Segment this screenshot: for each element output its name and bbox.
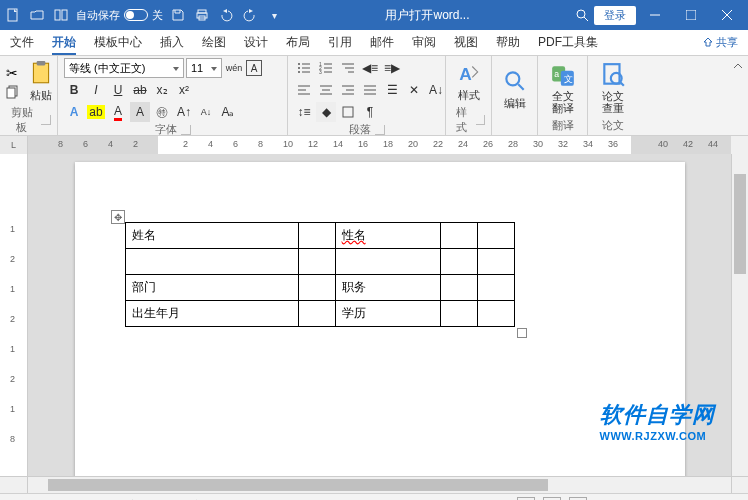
- ruler-horizontal[interactable]: 8 6 4 2 2 4 6 8 10 12 14 16 18 20 22 24 …: [28, 136, 731, 154]
- collapse-ribbon-icon[interactable]: [728, 56, 748, 135]
- phonetic-guide-icon[interactable]: wén: [224, 58, 244, 78]
- tab-insert[interactable]: 插入: [160, 34, 184, 51]
- paste-button[interactable]: 粘贴: [24, 58, 58, 105]
- minimize-button[interactable]: [638, 0, 672, 30]
- tab-pdf[interactable]: PDF工具集: [538, 34, 598, 51]
- underline-button[interactable]: U: [108, 80, 128, 100]
- search-icon[interactable]: [572, 5, 592, 25]
- table-cell[interactable]: [477, 223, 514, 249]
- tab-file[interactable]: 文件: [10, 34, 34, 51]
- copy-icon[interactable]: [6, 85, 20, 99]
- table-cell[interactable]: [440, 301, 477, 327]
- open-file-icon[interactable]: [28, 6, 46, 24]
- dialog-launcher-icon[interactable]: [375, 125, 385, 135]
- font-color-button[interactable]: A: [108, 102, 128, 122]
- tab-draw[interactable]: 绘图: [202, 34, 226, 51]
- clear-format-button[interactable]: Aₐ: [218, 102, 238, 122]
- align-center-button[interactable]: [316, 80, 336, 100]
- thesis-check-button[interactable]: 论文查重: [594, 60, 632, 116]
- table-cell[interactable]: 学历: [335, 301, 440, 327]
- asian-layout-button[interactable]: ✕: [404, 80, 424, 100]
- table-cell[interactable]: [298, 301, 335, 327]
- print-layout-icon[interactable]: ≡: [543, 497, 561, 501]
- font-family-select[interactable]: 等线 (中文正文): [64, 58, 184, 78]
- tab-home[interactable]: 开始: [52, 34, 76, 51]
- justify-button[interactable]: [360, 80, 380, 100]
- numbering-button[interactable]: 123: [316, 58, 336, 78]
- table-cell[interactable]: [298, 223, 335, 249]
- superscript-button[interactable]: x²: [174, 80, 194, 100]
- align-left-button[interactable]: [294, 80, 314, 100]
- new-file-icon[interactable]: [4, 6, 22, 24]
- char-border-icon[interactable]: A: [246, 60, 262, 76]
- undo-icon[interactable]: [217, 6, 235, 24]
- borders-button[interactable]: [338, 102, 358, 122]
- tab-references[interactable]: 引用: [328, 34, 352, 51]
- char-shading-button[interactable]: A: [130, 102, 150, 122]
- table-cell[interactable]: [298, 275, 335, 301]
- table-cell[interactable]: [477, 249, 514, 275]
- table-resize-handle-icon[interactable]: [517, 328, 527, 338]
- table-cell[interactable]: 姓名: [125, 223, 298, 249]
- shading-button[interactable]: ◆: [316, 102, 336, 122]
- focus-view-icon[interactable]: ▭: [517, 497, 535, 501]
- maximize-button[interactable]: [674, 0, 708, 30]
- page[interactable]: ✥ 姓名 性名 部门: [75, 162, 685, 476]
- editing-button[interactable]: 编辑: [498, 66, 532, 113]
- table-cell[interactable]: 职务: [335, 275, 440, 301]
- table-cell[interactable]: 部门: [125, 275, 298, 301]
- tab-review[interactable]: 审阅: [412, 34, 436, 51]
- tab-mail[interactable]: 邮件: [370, 34, 394, 51]
- table-cell[interactable]: [125, 249, 298, 275]
- grow-font-button[interactable]: A↑: [174, 102, 194, 122]
- redo-icon[interactable]: [241, 6, 259, 24]
- scrollbar-vertical[interactable]: [731, 154, 748, 476]
- table-move-handle-icon[interactable]: ✥: [111, 210, 125, 224]
- italic-button[interactable]: I: [86, 80, 106, 100]
- autosave-toggle[interactable]: 自动保存 关: [76, 8, 163, 23]
- tab-design[interactable]: 设计: [244, 34, 268, 51]
- save-icon[interactable]: [169, 6, 187, 24]
- web-layout-icon[interactable]: ▦: [569, 497, 587, 501]
- decrease-indent-button[interactable]: ◀≡: [360, 58, 380, 78]
- dialog-launcher-icon[interactable]: [181, 125, 191, 135]
- document-table[interactable]: 姓名 性名 部门 职务: [125, 222, 515, 327]
- table-cell[interactable]: [298, 249, 335, 275]
- print-icon[interactable]: [193, 6, 211, 24]
- table-cell[interactable]: [335, 249, 440, 275]
- subscript-button[interactable]: x₂: [152, 80, 172, 100]
- dialog-launcher-icon[interactable]: [41, 115, 51, 125]
- line-spacing-button[interactable]: ↕≡: [294, 102, 314, 122]
- tab-view[interactable]: 视图: [454, 34, 478, 51]
- dialog-launcher-icon[interactable]: [476, 115, 485, 125]
- table-cell[interactable]: [440, 275, 477, 301]
- table-cell[interactable]: [440, 249, 477, 275]
- close-button[interactable]: [710, 0, 744, 30]
- table-cell[interactable]: 出生年月: [125, 301, 298, 327]
- table-cell[interactable]: [440, 223, 477, 249]
- tab-layout[interactable]: 布局: [286, 34, 310, 51]
- templates-icon[interactable]: [52, 6, 70, 24]
- document-canvas[interactable]: ✥ 姓名 性名 部门: [28, 154, 731, 476]
- font-size-select[interactable]: 11: [186, 58, 222, 78]
- styles-button[interactable]: A样式: [452, 58, 486, 105]
- shrink-font-button[interactable]: A↓: [196, 102, 216, 122]
- multilevel-list-button[interactable]: [338, 58, 358, 78]
- enclose-char-button[interactable]: ㊕: [152, 102, 172, 122]
- distribute-button[interactable]: ☰: [382, 80, 402, 100]
- table-cell[interactable]: [477, 301, 514, 327]
- bullets-button[interactable]: [294, 58, 314, 78]
- scrollbar-horizontal[interactable]: [28, 477, 731, 493]
- table-cell[interactable]: [477, 275, 514, 301]
- bold-button[interactable]: B: [64, 80, 84, 100]
- text-effects-button[interactable]: A: [64, 102, 84, 122]
- increase-indent-button[interactable]: ≡▶: [382, 58, 402, 78]
- highlight-button[interactable]: ab: [86, 102, 106, 122]
- show-marks-button[interactable]: ¶: [360, 102, 380, 122]
- login-button[interactable]: 登录: [594, 6, 636, 25]
- translate-button[interactable]: a文全文翻译: [544, 60, 581, 116]
- table-cell[interactable]: 性名: [335, 223, 440, 249]
- share-button[interactable]: 共享: [702, 35, 738, 50]
- tab-templates[interactable]: 模板中心: [94, 34, 142, 51]
- sort-button[interactable]: A↓: [426, 80, 446, 100]
